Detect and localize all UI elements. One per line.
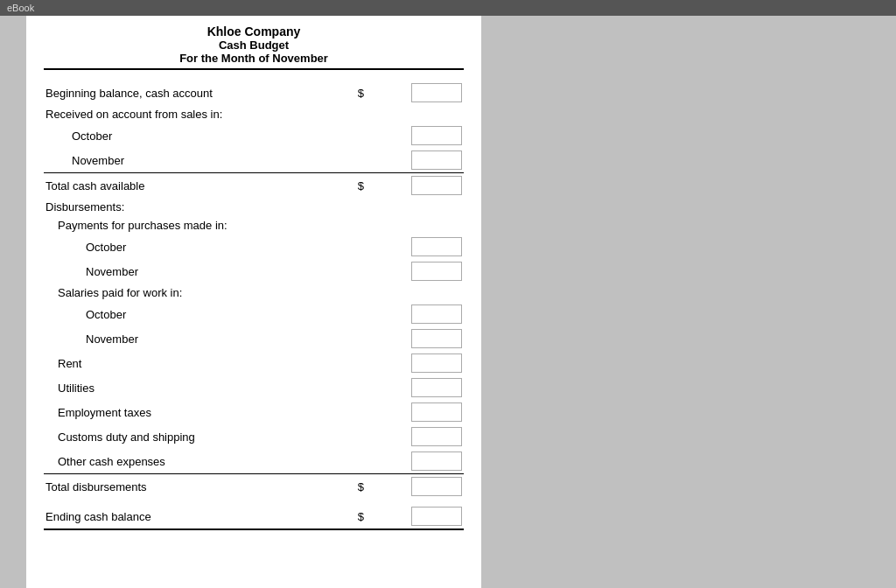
other-cash-row: Other cash expenses <box>44 449 464 474</box>
employment-taxes-row: Employment taxes <box>44 400 464 424</box>
november-received-input-cell <box>366 148 464 173</box>
ending-balance-input[interactable] <box>411 507 462 526</box>
report-period: For the Month of November <box>44 52 464 70</box>
october-salaries-input-cell <box>366 302 464 326</box>
total-cash-available-row: Total cash available $ <box>44 173 464 199</box>
october-purchases-input[interactable] <box>411 237 462 256</box>
customs-duty-label: Customs duty and shipping <box>44 424 348 449</box>
utilities-label: Utilities <box>44 375 348 400</box>
rent-label: Rent <box>44 351 348 375</box>
disbursements-header-label: Disbursements: <box>44 198 348 216</box>
customs-duty-row: Customs duty and shipping <box>44 424 464 449</box>
total-cash-available-input-cell <box>366 173 464 199</box>
utilities-input-cell <box>366 375 464 400</box>
beginning-balance-label: Beginning balance, cash account <box>44 80 348 105</box>
salaries-header-label: Salaries paid for work in: <box>44 284 348 302</box>
ending-balance-row: Ending cash balance $ <box>44 504 464 529</box>
total-disbursements-input[interactable] <box>411 477 462 496</box>
rent-input-cell <box>366 351 464 375</box>
top-bar: eBook <box>0 0 896 16</box>
utilities-input[interactable] <box>411 378 462 397</box>
october-purchases-label: October <box>44 234 348 259</box>
november-purchases-row: November <box>44 259 464 284</box>
november-salaries-label: November <box>44 326 348 351</box>
employment-taxes-label: Employment taxes <box>44 400 348 424</box>
total-cash-available-label: Total cash available <box>44 173 348 199</box>
total-cash-available-dollar: $ <box>348 173 366 199</box>
october-received-row: October <box>44 123 464 148</box>
november-received-label: November <box>44 148 348 173</box>
other-cash-input[interactable] <box>411 452 462 471</box>
october-received-input-cell <box>366 123 464 148</box>
october-salaries-row: October <box>44 302 464 326</box>
november-purchases-input-cell <box>366 259 464 284</box>
rent-input[interactable] <box>411 354 462 373</box>
october-salaries-label: October <box>44 302 348 326</box>
total-disbursements-dollar: $ <box>348 474 366 500</box>
company-name: Khloe Company <box>44 24 464 38</box>
salaries-header-row: Salaries paid for work in: <box>44 284 464 302</box>
october-purchases-input-cell <box>366 234 464 259</box>
november-salaries-input-cell <box>366 326 464 351</box>
other-cash-label: Other cash expenses <box>44 449 348 474</box>
october-salaries-input[interactable] <box>411 304 462 324</box>
page-container: Khloe Company Cash Budget For the Month … <box>26 16 481 588</box>
beginning-balance-input[interactable] <box>411 83 462 102</box>
employment-taxes-input[interactable] <box>411 402 462 422</box>
beginning-balance-dollar: $ <box>348 80 366 105</box>
received-header-label: Received on account from sales in: <box>44 105 348 123</box>
rent-row: Rent <box>44 351 464 375</box>
budget-form: Beginning balance, cash account $ Receiv… <box>44 80 464 530</box>
november-received-row: November <box>44 148 464 173</box>
ending-balance-input-cell <box>366 504 464 529</box>
total-cash-available-input[interactable] <box>411 176 462 195</box>
november-salaries-input[interactable] <box>411 329 462 348</box>
beginning-balance-input-cell <box>366 80 464 105</box>
employment-taxes-input-cell <box>366 400 464 424</box>
disbursements-header-row: Disbursements: <box>44 198 464 216</box>
ending-balance-label: Ending cash balance <box>44 504 348 529</box>
october-received-label: October <box>44 123 348 148</box>
beginning-balance-row: Beginning balance, cash account $ <box>44 80 464 105</box>
header: Khloe Company Cash Budget For the Month … <box>44 24 464 70</box>
october-purchases-row: October <box>44 234 464 259</box>
october-received-input[interactable] <box>411 126 462 145</box>
customs-duty-input[interactable] <box>411 427 462 446</box>
customs-duty-input-cell <box>366 424 464 449</box>
ending-balance-dollar: $ <box>348 504 366 529</box>
other-cash-input-cell <box>366 449 464 474</box>
received-header-row: Received on account from sales in: <box>44 105 464 123</box>
november-received-input[interactable] <box>411 150 462 170</box>
report-title: Cash Budget <box>44 38 464 52</box>
payments-header-row: Payments for purchases made in: <box>44 216 464 234</box>
total-disbursements-input-cell <box>366 474 464 500</box>
total-disbursements-label: Total disbursements <box>44 474 348 500</box>
november-purchases-input[interactable] <box>411 262 462 281</box>
november-purchases-label: November <box>44 259 348 284</box>
top-bar-label: eBook <box>7 3 34 13</box>
total-disbursements-row: Total disbursements $ <box>44 474 464 500</box>
november-salaries-row: November <box>44 326 464 351</box>
payments-header-label: Payments for purchases made in: <box>44 216 348 234</box>
utilities-row: Utilities <box>44 375 464 400</box>
